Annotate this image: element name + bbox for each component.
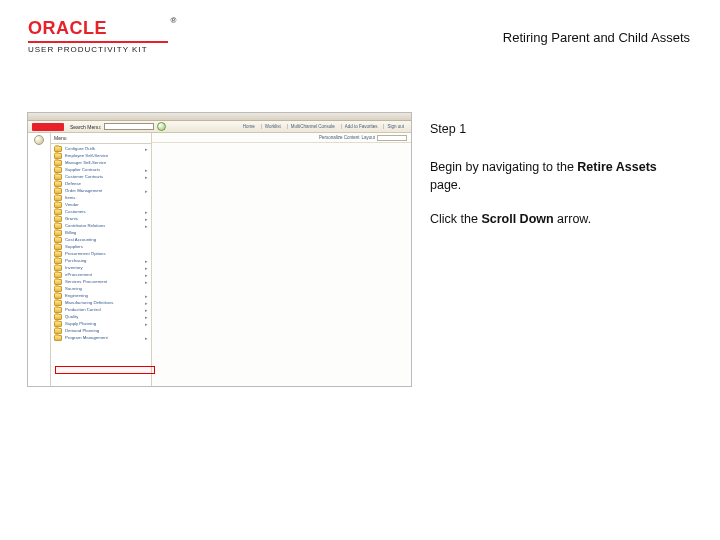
nav-worklist[interactable]: Worklist xyxy=(261,124,284,129)
folder-icon xyxy=(54,321,62,327)
upk-subbrand: USER PRODUCTIVITY KIT xyxy=(28,45,168,54)
menu-item[interactable]: Supply Planning▸ xyxy=(51,320,151,327)
folder-icon xyxy=(54,328,62,334)
chevron-right-icon: ▸ xyxy=(145,209,148,215)
folder-icon xyxy=(54,258,62,264)
chevron-right-icon: ▸ xyxy=(145,335,148,341)
menu-item-label: Services Procurement xyxy=(65,279,107,284)
folder-icon xyxy=(54,307,62,313)
menu-item[interactable]: Program Management▸ xyxy=(51,334,151,341)
menu-item[interactable]: Manager Self-Service xyxy=(51,159,151,166)
nav-home[interactable]: Home xyxy=(240,124,258,129)
menu-item-label: Contributor Relations xyxy=(65,223,105,228)
menu-item[interactable]: Customer Contracts▸ xyxy=(51,173,151,180)
chevron-right-icon: ▸ xyxy=(145,279,148,285)
folder-icon xyxy=(54,153,62,159)
chevron-right-icon: ▸ xyxy=(145,188,148,194)
brand-header: ORACLE USER PRODUCTIVITY KIT xyxy=(28,18,168,54)
oracle-logo: ORACLE USER PRODUCTIVITY KIT xyxy=(28,18,168,54)
instr2-post: arrow. xyxy=(554,212,592,226)
instr2-bold: Scroll Down xyxy=(481,212,553,226)
search-label: Search Menu: xyxy=(70,124,101,130)
app-screenshot: Search Menu: Home Worklist MultiChannel … xyxy=(27,112,412,387)
chevron-right-icon: ▸ xyxy=(145,258,148,264)
menu-item-label: Engineering xyxy=(65,293,88,298)
search-input[interactable] xyxy=(104,123,154,130)
menu-item[interactable]: Vendor xyxy=(51,201,151,208)
folder-icon xyxy=(54,293,62,299)
instruction-line-2: Click the Scroll Down arrow. xyxy=(430,210,690,228)
instruction-pane: Step 1 Begin by navigating to the Retire… xyxy=(430,120,690,245)
menu-item[interactable]: Configure Outlk▸ xyxy=(51,145,151,152)
menu-item-label: Production Control xyxy=(65,307,101,312)
instr1-post: page. xyxy=(430,178,461,192)
personalize-link[interactable]: Personalize Content xyxy=(319,135,360,140)
menu-item[interactable]: Suppliers xyxy=(51,243,151,250)
instr2-pre: Click the xyxy=(430,212,481,226)
menu-item[interactable]: Billing xyxy=(51,229,151,236)
nav-mcc[interactable]: MultiChannel Console xyxy=(287,124,338,129)
instruction-line-1: Begin by navigating to the Retire Assets… xyxy=(430,158,690,194)
menu-item[interactable]: Grants▸ xyxy=(51,215,151,222)
nav-signout[interactable]: Sign out xyxy=(383,124,407,129)
folder-icon xyxy=(54,216,62,222)
nav-fav[interactable]: Add to Favorites xyxy=(341,124,381,129)
menu-item[interactable]: Customers▸ xyxy=(51,208,151,215)
folder-icon xyxy=(54,160,62,166)
folder-icon xyxy=(54,272,62,278)
step-label: Step 1 xyxy=(430,120,690,138)
folder-icon xyxy=(54,286,62,292)
menu-item[interactable]: Supplier Contracts▸ xyxy=(51,166,151,173)
menu-item[interactable]: Items xyxy=(51,194,151,201)
doc-title: Retiring Parent and Child Assets xyxy=(503,30,690,45)
folder-icon xyxy=(54,181,62,187)
menu-item-label: Manager Self-Service xyxy=(65,160,106,165)
menu-item-label: Customer Contracts xyxy=(65,174,103,179)
folder-icon xyxy=(54,314,62,320)
chevron-right-icon: ▸ xyxy=(145,265,148,271)
menu-item[interactable]: Inventory▸ xyxy=(51,264,151,271)
menu-item-label: Quality xyxy=(65,314,78,319)
menu-item-label: Cost Accounting xyxy=(65,237,96,242)
left-gutter xyxy=(28,133,50,386)
menu-item-label: Inventory xyxy=(65,265,83,270)
menu-item[interactable]: Sourcing xyxy=(51,285,151,292)
menu-item[interactable]: Contributor Relations▸ xyxy=(51,222,151,229)
chevron-right-icon: ▸ xyxy=(145,293,148,299)
menu-item[interactable]: eProcurement▸ xyxy=(51,271,151,278)
scroll-down-highlight[interactable] xyxy=(55,366,155,374)
menu-item[interactable]: Defense xyxy=(51,180,151,187)
menu-item-label: Supply Planning xyxy=(65,321,96,326)
menu-item[interactable]: Manufacturing Definitions▸ xyxy=(51,299,151,306)
menu-item-label: Billing xyxy=(65,230,76,235)
folder-icon xyxy=(54,237,62,243)
menu-item[interactable]: Production Control▸ xyxy=(51,306,151,313)
layout-label: Layout xyxy=(361,135,375,140)
folder-icon xyxy=(54,335,62,341)
menu-item-label: Defense xyxy=(65,181,81,186)
menu-item-label: Demand Planning xyxy=(65,328,99,333)
menu-item[interactable]: Demand Planning xyxy=(51,327,151,334)
chevron-right-icon: ▸ xyxy=(145,300,148,306)
menu-item[interactable]: Quality▸ xyxy=(51,313,151,320)
folder-icon xyxy=(54,300,62,306)
menu-item[interactable]: Cost Accounting xyxy=(51,236,151,243)
menu-item-label: Purchasing xyxy=(65,258,87,263)
menu-item[interactable]: Purchasing▸ xyxy=(51,257,151,264)
menu-list: Configure Outlk▸Employee Self-ServiceMan… xyxy=(51,144,151,341)
folder-icon xyxy=(54,195,62,201)
menu-item[interactable]: Services Procurement▸ xyxy=(51,278,151,285)
menu-item-label: Vendor xyxy=(65,202,79,207)
menu-item[interactable]: Procurement Options xyxy=(51,250,151,257)
menu-item[interactable]: Employee Self-Service xyxy=(51,152,151,159)
chevron-right-icon: ▸ xyxy=(145,167,148,173)
chevron-right-icon: ▸ xyxy=(145,223,148,229)
folder-icon xyxy=(54,244,62,250)
menu-item[interactable]: Engineering▸ xyxy=(51,292,151,299)
logo-divider xyxy=(28,41,168,43)
menu-item[interactable]: Order Management▸ xyxy=(51,187,151,194)
folder-icon xyxy=(54,188,62,194)
layout-dropdown[interactable] xyxy=(377,135,407,141)
menu-item-label: Suppliers xyxy=(65,244,83,249)
search-go-button[interactable] xyxy=(157,122,166,131)
